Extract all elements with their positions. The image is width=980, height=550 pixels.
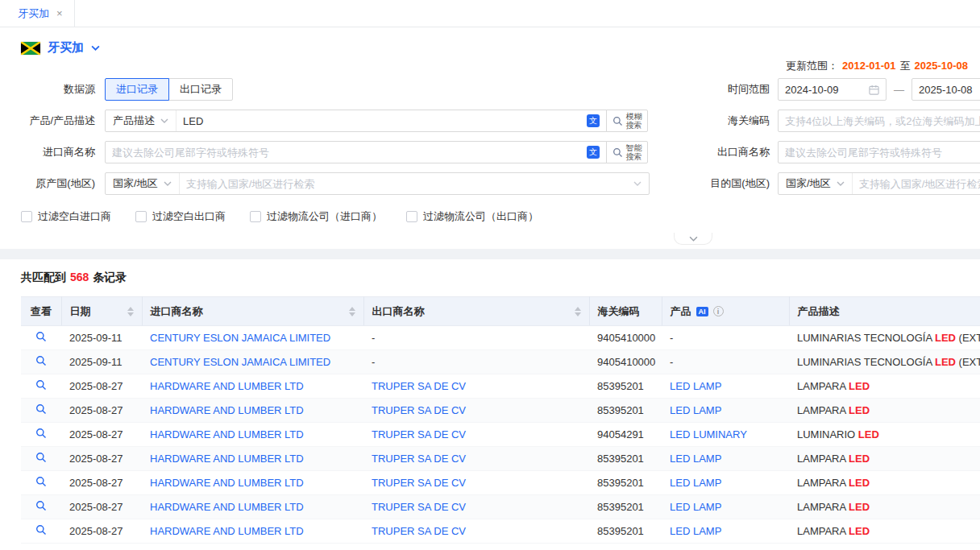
chevron-down-icon[interactable] bbox=[91, 45, 100, 51]
date-cell: 2025-08-27 bbox=[61, 399, 142, 423]
led-highlight: LED bbox=[858, 428, 879, 440]
view-detail-button[interactable] bbox=[21, 399, 61, 423]
product-link[interactable]: LED LAMP bbox=[662, 519, 789, 544]
sort-icon[interactable] bbox=[127, 307, 134, 316]
page-title: 牙买加 bbox=[48, 40, 84, 56]
exporter-name-input[interactable] bbox=[778, 141, 980, 163]
view-detail-button[interactable] bbox=[21, 495, 61, 519]
info-icon[interactable]: i bbox=[713, 306, 724, 316]
hs-code-input[interactable] bbox=[778, 110, 980, 132]
importer-link[interactable]: HARDWARE AND LUMBER LTD bbox=[142, 399, 363, 423]
destination-country-select[interactable]: 国家/地区 bbox=[779, 173, 853, 194]
results-summary: 共匹配到568条记录 bbox=[21, 271, 980, 285]
view-detail-button[interactable] bbox=[21, 423, 61, 447]
col-view: 查看 bbox=[21, 297, 61, 326]
checkbox-filter-logistics-importer[interactable]: 过滤物流公司（进口商） bbox=[250, 209, 382, 224]
import-records-tab[interactable]: 进口记录 bbox=[105, 78, 169, 101]
hs-code-label: 海关编码 bbox=[707, 114, 778, 128]
hs-code-cell: 85395201 bbox=[589, 447, 662, 471]
product-type-select[interactable]: 产品描述 bbox=[106, 110, 176, 131]
date-separator: — bbox=[894, 84, 904, 96]
exporter-link[interactable]: TRUPER SA DE CV bbox=[363, 495, 589, 519]
translate-icon[interactable]: 文 bbox=[587, 146, 600, 159]
date-cell: 2025-08-27 bbox=[61, 423, 142, 447]
description-text: LUMINARIAS TECNOLOGÍA bbox=[797, 332, 935, 344]
exporter-link[interactable]: TRUPER SA DE CV bbox=[363, 447, 589, 471]
exporter-link[interactable]: TRUPER SA DE CV bbox=[363, 519, 589, 544]
jamaica-flag-icon bbox=[21, 42, 40, 55]
product-link[interactable]: LED LAMP bbox=[662, 447, 789, 471]
date-start-value: 2024-10-09 bbox=[785, 84, 839, 96]
description-text: LAMPARA bbox=[797, 380, 849, 392]
sort-icon[interactable] bbox=[575, 307, 581, 316]
col-exporter[interactable]: 出口商名称 bbox=[363, 297, 589, 326]
chevron-down-icon[interactable] bbox=[633, 181, 649, 186]
product-link[interactable]: LED LUMINARY bbox=[662, 423, 789, 447]
exporter-link[interactable]: TRUPER SA DE CV bbox=[363, 399, 589, 423]
col-date[interactable]: 日期 bbox=[61, 297, 142, 326]
search-icon bbox=[612, 116, 623, 126]
checkbox-icon[interactable] bbox=[406, 211, 417, 222]
description-cell: LAMPARA LED bbox=[789, 519, 980, 544]
product-link[interactable]: LED LAMP bbox=[662, 495, 789, 519]
importer-link[interactable]: HARDWARE AND LUMBER LTD bbox=[142, 423, 363, 447]
col-importer[interactable]: 进口商名称 bbox=[142, 297, 363, 326]
importer-link[interactable]: HARDWARE AND LUMBER LTD bbox=[142, 471, 363, 495]
description-text: LAMPARA bbox=[797, 501, 849, 513]
destination-label: 目的国(地区) bbox=[707, 176, 778, 191]
origin-country-input[interactable] bbox=[180, 178, 633, 190]
tab-close-icon[interactable]: × bbox=[56, 8, 63, 19]
checkbox-filter-blank-importer[interactable]: 过滤空白进口商 bbox=[21, 209, 111, 224]
tab-label: 牙买加 bbox=[18, 6, 49, 21]
table-row: 2025-08-27HARDWARE AND LUMBER LTDTRUPER … bbox=[21, 519, 980, 544]
checkbox-icon[interactable] bbox=[135, 211, 147, 222]
collapse-panel-button[interactable] bbox=[674, 233, 712, 245]
table-row: 2025-08-27HARDWARE AND LUMBER LTDTRUPER … bbox=[21, 447, 980, 471]
checkbox-filter-logistics-exporter[interactable]: 过滤物流公司（出口商） bbox=[406, 209, 538, 224]
exporter-link[interactable]: TRUPER SA DE CV bbox=[363, 471, 589, 495]
smart-search-button[interactable]: 智能搜索 bbox=[606, 141, 648, 163]
destination-country-input[interactable] bbox=[853, 178, 980, 190]
origin-country-select[interactable]: 国家/地区 bbox=[106, 173, 180, 194]
importer-link[interactable]: HARDWARE AND LUMBER LTD bbox=[142, 374, 363, 399]
checkbox-filter-blank-exporter[interactable]: 过滤空白出口商 bbox=[135, 209, 226, 224]
view-detail-button[interactable] bbox=[21, 519, 61, 544]
description-cell: LAMPARA LED bbox=[789, 447, 980, 471]
view-detail-button[interactable] bbox=[21, 326, 61, 350]
importer-link[interactable]: HARDWARE AND LUMBER LTD bbox=[142, 495, 363, 519]
origin-input-group: 国家/地区 bbox=[105, 172, 650, 195]
hs-code-cell: 94054291 bbox=[589, 423, 662, 447]
sort-icon[interactable] bbox=[349, 307, 355, 316]
importer-name-input[interactable] bbox=[106, 147, 587, 159]
product-input-group: 产品描述 文 bbox=[105, 110, 607, 132]
export-records-tab[interactable]: 出口记录 bbox=[168, 78, 233, 101]
translate-icon[interactable]: 文 bbox=[587, 114, 600, 127]
checkbox-icon[interactable] bbox=[21, 211, 32, 222]
view-detail-button[interactable] bbox=[21, 374, 61, 399]
led-highlight: LED bbox=[849, 477, 870, 489]
magnifier-icon bbox=[35, 429, 47, 441]
description-text: LAMPARA bbox=[797, 477, 849, 489]
product-search-input[interactable] bbox=[176, 115, 587, 127]
view-detail-button[interactable] bbox=[21, 350, 61, 374]
magnifier-icon bbox=[35, 478, 47, 490]
view-detail-button[interactable] bbox=[21, 471, 61, 495]
checkbox-icon[interactable] bbox=[250, 211, 261, 222]
importer-link[interactable]: CENTURY ESLON JAMAICA LIMITED bbox=[142, 350, 363, 374]
view-detail-button[interactable] bbox=[21, 447, 61, 471]
importer-link[interactable]: HARDWARE AND LUMBER LTD bbox=[142, 447, 363, 471]
date-end-input[interactable]: 2025-10-08 bbox=[911, 78, 980, 101]
product-link[interactable]: LED LAMP bbox=[662, 399, 789, 423]
importer-link[interactable]: CENTURY ESLON JAMAICA LIMITED bbox=[142, 326, 363, 350]
exporter-link[interactable]: TRUPER SA DE CV bbox=[363, 423, 589, 447]
date-cell: 2025-08-27 bbox=[61, 447, 142, 471]
tab-jamaica[interactable]: 牙买加 × bbox=[6, 0, 75, 27]
importer-link[interactable]: HARDWARE AND LUMBER LTD bbox=[142, 519, 363, 544]
exporter-link[interactable]: TRUPER SA DE CV bbox=[363, 374, 589, 399]
product-link[interactable]: LED LAMP bbox=[662, 374, 789, 399]
exporter-link: - bbox=[363, 350, 589, 374]
date-start-input[interactable]: 2024-10-09 bbox=[778, 78, 887, 101]
date-cell: 2025-08-27 bbox=[61, 519, 142, 544]
product-link[interactable]: LED LAMP bbox=[662, 471, 789, 495]
fuzzy-search-button[interactable]: 模糊搜索 bbox=[606, 110, 648, 132]
